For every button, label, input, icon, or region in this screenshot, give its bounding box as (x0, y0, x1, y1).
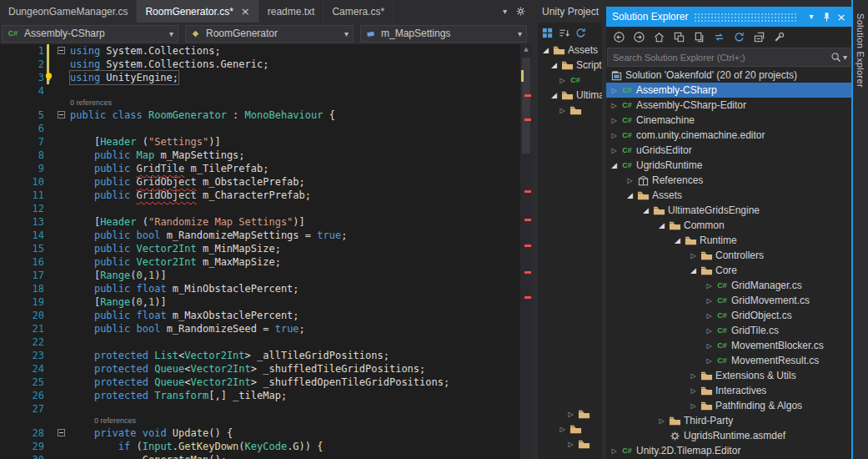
fold-margin[interactable] (52, 335, 70, 349)
expand-arrow-icon[interactable]: ▷ (609, 117, 620, 124)
expand-arrow-icon[interactable]: ▷ (609, 447, 620, 455)
expand-arrow-icon[interactable]: ▷ (704, 297, 715, 305)
fold-margin[interactable] (52, 255, 70, 269)
collapse-all-button[interactable] (753, 31, 765, 43)
window-position-button[interactable]: ▾ (804, 9, 819, 24)
tree-item-item[interactable]: ▷ (538, 103, 602, 118)
breakpoint-margin[interactable] (0, 44, 18, 58)
breakpoint-margin[interactable] (0, 149, 18, 162)
tree-item-ultimategridsengine[interactable]: ◢UltimateGridsEngine (606, 203, 851, 218)
tree-item-common[interactable]: ◢Common (606, 218, 851, 233)
fold-margin[interactable] (52, 295, 70, 309)
expand-arrow-icon[interactable]: ▷ (704, 312, 715, 320)
breakpoint-margin[interactable] (0, 58, 18, 71)
fold-margin[interactable] (52, 135, 70, 149)
tab-camera-cs[interactable]: Camera.cs* (324, 0, 394, 23)
member-dropdown[interactable]: m_MapSettings ▾ (360, 25, 527, 43)
breakpoint-margin[interactable] (0, 426, 18, 440)
fold-margin[interactable] (52, 108, 70, 122)
breakpoint-margin[interactable] (0, 349, 18, 362)
expand-arrow-icon[interactable]: ▷ (688, 402, 699, 410)
show-all-files-button[interactable] (693, 31, 705, 43)
tree-item-assembly-csharp[interactable]: ▷C#Assembly-CSharp (606, 83, 851, 98)
fold-margin[interactable] (52, 309, 70, 322)
breakpoint-margin[interactable] (0, 269, 18, 282)
expand-arrow-icon[interactable]: ▷ (609, 147, 620, 154)
type-dropdown[interactable]: RoomGenerator ▾ (185, 25, 354, 43)
breakpoint-margin[interactable] (0, 282, 18, 295)
editor-scrollbar[interactable]: ▲ (520, 44, 532, 459)
forward-button[interactable] (633, 31, 645, 43)
tree-item-references[interactable]: ▷References (606, 173, 851, 188)
breakpoint-margin[interactable] (0, 71, 18, 84)
tree-item-controllers[interactable]: ▷Controllers (606, 248, 851, 263)
expand-arrow-icon[interactable]: ▷ (704, 357, 715, 365)
home-button[interactable] (653, 31, 665, 43)
pin-button[interactable] (819, 9, 834, 24)
tree-item-ugridsruntime[interactable]: ◢C#UgridsRuntime (606, 158, 851, 173)
tree-item-scripts[interactable]: ◢Scripts (538, 58, 602, 73)
collapse-arrow-icon[interactable]: ◢ (688, 266, 699, 275)
tab-readme-txt[interactable]: readme.txt (259, 0, 324, 23)
fold-margin[interactable] (52, 215, 70, 229)
scroll-up-icon[interactable]: ▲ (520, 46, 532, 53)
breakpoint-margin[interactable] (0, 215, 18, 229)
expand-arrow-icon[interactable]: ▷ (625, 177, 635, 184)
tree-item-ultimategridsengine[interactable]: ◢UltimateGridsEngine (538, 88, 602, 103)
breakpoint-margin[interactable] (0, 335, 18, 349)
collapse-arrow-icon[interactable]: ◢ (549, 91, 559, 99)
tree-item-assets[interactable]: ◢Assets (606, 188, 851, 203)
fold-margin[interactable] (52, 453, 70, 459)
expand-arrow-icon[interactable]: ▷ (688, 387, 699, 395)
tab-list-button[interactable]: ▾ (503, 8, 507, 16)
tree-item-pathfinding-algos[interactable]: ▷Pathfinding & Algos (606, 398, 851, 413)
collapse-arrow-icon[interactable]: ◢ (656, 221, 667, 230)
layout-grid-button[interactable] (541, 27, 554, 39)
unity-project-tab[interactable]: Unity Project (538, 0, 602, 23)
tree-item-movementblocker-cs[interactable]: ▷C#MovementBlocker.cs (606, 338, 851, 353)
fold-margin[interactable] (52, 349, 70, 362)
close-tab-icon[interactable]: × (241, 6, 250, 17)
expand-arrow-icon[interactable]: ▷ (609, 102, 620, 109)
fold-margin[interactable] (52, 84, 70, 98)
breakpoint-margin[interactable] (0, 309, 18, 322)
expand-arrow-icon[interactable]: ▷ (688, 372, 699, 380)
fold-margin[interactable] (52, 426, 70, 440)
tree-item-third-party[interactable]: ▷Third-Party (606, 413, 851, 428)
breakpoint-margin[interactable] (0, 202, 18, 215)
fold-margin[interactable] (52, 58, 70, 71)
fold-margin[interactable] (52, 269, 70, 282)
fold-margin[interactable] (52, 389, 70, 402)
expand-arrow-icon[interactable]: ▷ (656, 417, 667, 425)
breakpoint-margin[interactable] (0, 189, 18, 202)
switch-views-button[interactable] (673, 31, 685, 43)
tree-item-gridmanager-cs[interactable]: ▷C#GridManager.cs (606, 278, 851, 293)
tree-item-extensions-utils[interactable]: ▷Extensions & Utils (606, 368, 851, 383)
fold-margin[interactable] (52, 440, 70, 453)
tree-item-core[interactable]: ◢Core (606, 263, 851, 278)
breakpoint-margin[interactable] (0, 122, 18, 135)
solution-explorer-header[interactable]: Solution Explorer ▾× (606, 7, 851, 27)
breakpoint-margin[interactable] (0, 255, 18, 269)
close-button[interactable]: × (834, 9, 849, 24)
tree-item-item[interactable]: ▷C# (538, 73, 602, 88)
expand-arrow-icon[interactable]: ▷ (609, 132, 620, 139)
properties-button[interactable] (773, 31, 785, 43)
tree-item-assembly-csharp-editor[interactable]: ▷C#Assembly-CSharp-Editor (606, 98, 851, 113)
expand-arrow-icon[interactable]: ▷ (565, 411, 576, 418)
breakpoint-margin[interactable] (0, 440, 18, 453)
drag-grip[interactable] (694, 13, 798, 22)
sync-with-active-document-button[interactable] (713, 31, 725, 43)
breakpoint-margin[interactable] (0, 229, 18, 242)
tree-item-gridmovement-cs[interactable]: ▷C#GridMovement.cs (606, 293, 851, 308)
tree-item-interactives[interactable]: ▷Interactives (606, 383, 851, 398)
expand-arrow-icon[interactable]: ▷ (609, 87, 620, 94)
fold-margin[interactable] (52, 229, 70, 242)
breakpoint-margin[interactable] (0, 135, 18, 149)
collapse-arrow-icon[interactable]: ◢ (625, 191, 635, 199)
collapse-arrow-icon[interactable]: ◢ (540, 46, 551, 54)
breakpoint-margin[interactable] (0, 402, 18, 416)
lightbulb-icon[interactable] (43, 72, 54, 83)
collapse-region-icon[interactable] (58, 429, 65, 436)
fold-margin[interactable] (52, 122, 70, 135)
